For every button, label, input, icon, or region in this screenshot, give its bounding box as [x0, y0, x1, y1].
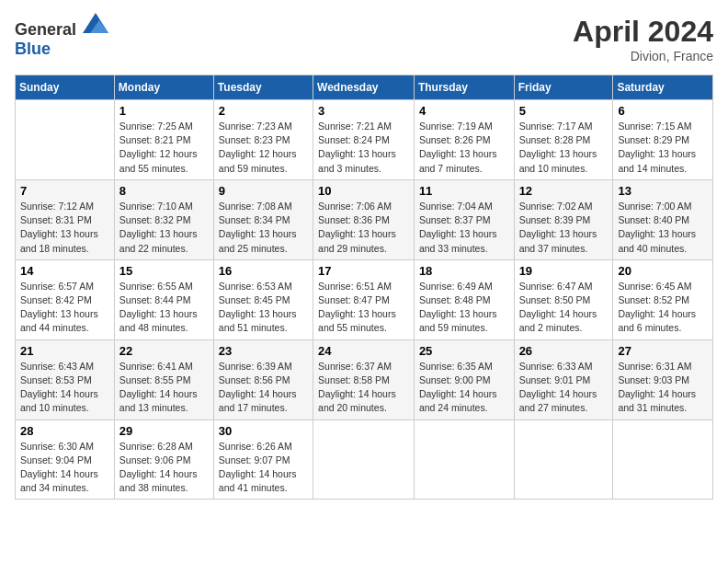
- calendar-week-5: 28Sunrise: 6:30 AMSunset: 9:04 PMDayligh…: [16, 419, 713, 500]
- day-number: 11: [419, 184, 509, 198]
- calendar-cell: 18Sunrise: 6:49 AMSunset: 8:48 PMDayligh…: [414, 259, 514, 339]
- calendar-body: 1Sunrise: 7:25 AMSunset: 8:21 PMDaylight…: [16, 100, 713, 500]
- location-label: Divion, France: [573, 49, 713, 63]
- day-number: 17: [318, 264, 409, 278]
- calendar-cell: 25Sunrise: 6:35 AMSunset: 9:00 PMDayligh…: [414, 339, 514, 419]
- day-info: Sunrise: 7:00 AMSunset: 8:40 PMDaylight:…: [618, 200, 708, 256]
- day-number: 26: [519, 344, 609, 358]
- calendar-cell: 26Sunrise: 6:33 AMSunset: 9:01 PMDayligh…: [514, 339, 613, 419]
- page-header: General Blue April 2024 Divion, France: [15, 15, 713, 63]
- calendar-cell: [414, 419, 514, 500]
- day-info: Sunrise: 6:41 AMSunset: 8:55 PMDaylight:…: [119, 360, 209, 416]
- calendar-cell: 14Sunrise: 6:57 AMSunset: 8:42 PMDayligh…: [16, 259, 115, 339]
- day-info: Sunrise: 7:15 AMSunset: 8:29 PMDaylight:…: [618, 120, 708, 176]
- day-number: 5: [519, 104, 609, 118]
- title-block: April 2024 Divion, France: [573, 15, 713, 63]
- calendar-cell: [16, 100, 115, 180]
- day-info: Sunrise: 7:17 AMSunset: 8:28 PMDaylight:…: [519, 120, 609, 176]
- calendar-cell: 7Sunrise: 7:12 AMSunset: 8:31 PMDaylight…: [16, 179, 115, 259]
- day-info: Sunrise: 7:12 AMSunset: 8:31 PMDaylight:…: [20, 200, 109, 256]
- day-number: 6: [618, 104, 708, 118]
- day-info: Sunrise: 6:30 AMSunset: 9:04 PMDaylight:…: [20, 440, 109, 496]
- day-info: Sunrise: 6:33 AMSunset: 9:01 PMDaylight:…: [519, 360, 609, 416]
- day-info: Sunrise: 7:19 AMSunset: 8:26 PMDaylight:…: [419, 120, 509, 176]
- calendar-cell: 20Sunrise: 6:45 AMSunset: 8:52 PMDayligh…: [613, 259, 713, 339]
- day-number: 16: [219, 264, 308, 278]
- calendar-cell: 11Sunrise: 7:04 AMSunset: 8:37 PMDayligh…: [414, 179, 514, 259]
- calendar-week-2: 7Sunrise: 7:12 AMSunset: 8:31 PMDaylight…: [16, 179, 713, 259]
- calendar-cell: 16Sunrise: 6:53 AMSunset: 8:45 PMDayligh…: [213, 259, 313, 339]
- day-number: 14: [20, 264, 109, 278]
- day-number: 15: [119, 264, 209, 278]
- day-header-friday: Friday: [514, 75, 613, 100]
- calendar-cell: 2Sunrise: 7:23 AMSunset: 8:23 PMDaylight…: [213, 100, 313, 180]
- logo-general: General: [15, 20, 76, 39]
- day-number: 30: [219, 424, 308, 438]
- day-info: Sunrise: 6:28 AMSunset: 9:06 PMDaylight:…: [119, 440, 209, 496]
- day-number: 21: [20, 344, 109, 358]
- day-info: Sunrise: 6:51 AMSunset: 8:47 PMDaylight:…: [318, 280, 409, 336]
- calendar-cell: 3Sunrise: 7:21 AMSunset: 8:24 PMDaylight…: [313, 100, 415, 180]
- day-number: 7: [20, 184, 109, 198]
- day-header-sunday: Sunday: [16, 75, 115, 100]
- calendar-cell: 27Sunrise: 6:31 AMSunset: 9:03 PMDayligh…: [613, 339, 713, 419]
- calendar-cell: 6Sunrise: 7:15 AMSunset: 8:29 PMDaylight…: [613, 100, 713, 180]
- day-number: 4: [419, 104, 509, 118]
- day-number: 1: [119, 104, 209, 118]
- day-header-wednesday: Wednesday: [313, 75, 415, 100]
- day-number: 23: [219, 344, 308, 358]
- day-number: 3: [318, 104, 409, 118]
- day-number: 2: [219, 104, 308, 118]
- calendar-cell: 4Sunrise: 7:19 AMSunset: 8:26 PMDaylight…: [414, 100, 514, 180]
- calendar-week-1: 1Sunrise: 7:25 AMSunset: 8:21 PMDaylight…: [16, 100, 713, 180]
- calendar-cell: 5Sunrise: 7:17 AMSunset: 8:28 PMDaylight…: [514, 100, 613, 180]
- logo-text: General Blue: [15, 15, 108, 59]
- day-number: 28: [20, 424, 109, 438]
- calendar-cell: [514, 419, 613, 500]
- calendar-cell: 29Sunrise: 6:28 AMSunset: 9:06 PMDayligh…: [114, 419, 213, 500]
- day-number: 19: [519, 264, 609, 278]
- day-info: Sunrise: 7:10 AMSunset: 8:32 PMDaylight:…: [119, 200, 209, 256]
- day-info: Sunrise: 6:39 AMSunset: 8:56 PMDaylight:…: [219, 360, 308, 416]
- day-number: 18: [419, 264, 509, 278]
- calendar-cell: 30Sunrise: 6:26 AMSunset: 9:07 PMDayligh…: [213, 419, 313, 500]
- day-info: Sunrise: 6:26 AMSunset: 9:07 PMDaylight:…: [219, 440, 308, 496]
- calendar-cell: 15Sunrise: 6:55 AMSunset: 8:44 PMDayligh…: [114, 259, 213, 339]
- day-info: Sunrise: 7:08 AMSunset: 8:34 PMDaylight:…: [219, 200, 308, 256]
- calendar-week-3: 14Sunrise: 6:57 AMSunset: 8:42 PMDayligh…: [16, 259, 713, 339]
- calendar-cell: 23Sunrise: 6:39 AMSunset: 8:56 PMDayligh…: [213, 339, 313, 419]
- day-info: Sunrise: 6:57 AMSunset: 8:42 PMDaylight:…: [20, 280, 109, 336]
- day-number: 27: [618, 344, 708, 358]
- day-info: Sunrise: 6:47 AMSunset: 8:50 PMDaylight:…: [519, 280, 609, 336]
- day-number: 20: [618, 264, 708, 278]
- calendar-cell: 10Sunrise: 7:06 AMSunset: 8:36 PMDayligh…: [313, 179, 415, 259]
- day-info: Sunrise: 6:45 AMSunset: 8:52 PMDaylight:…: [618, 280, 708, 336]
- calendar-cell: [313, 419, 415, 500]
- calendar-cell: 1Sunrise: 7:25 AMSunset: 8:21 PMDaylight…: [114, 100, 213, 180]
- calendar-cell: 8Sunrise: 7:10 AMSunset: 8:32 PMDaylight…: [114, 179, 213, 259]
- day-header-thursday: Thursday: [414, 75, 514, 100]
- calendar-cell: [613, 419, 713, 500]
- calendar-header-row: SundayMondayTuesdayWednesdayThursdayFrid…: [16, 75, 713, 100]
- logo-icon: [83, 13, 108, 33]
- calendar-cell: 28Sunrise: 6:30 AMSunset: 9:04 PMDayligh…: [16, 419, 115, 500]
- calendar-table: SundayMondayTuesdayWednesdayThursdayFrid…: [15, 75, 713, 500]
- day-number: 8: [119, 184, 209, 198]
- day-info: Sunrise: 6:43 AMSunset: 8:53 PMDaylight:…: [20, 360, 109, 416]
- day-number: 9: [219, 184, 308, 198]
- day-info: Sunrise: 6:49 AMSunset: 8:48 PMDaylight:…: [419, 280, 509, 336]
- day-info: Sunrise: 6:53 AMSunset: 8:45 PMDaylight:…: [219, 280, 308, 336]
- calendar-cell: 22Sunrise: 6:41 AMSunset: 8:55 PMDayligh…: [114, 339, 213, 419]
- day-number: 22: [119, 344, 209, 358]
- day-info: Sunrise: 7:25 AMSunset: 8:21 PMDaylight:…: [119, 120, 209, 176]
- day-number: 29: [119, 424, 209, 438]
- calendar-cell: 24Sunrise: 6:37 AMSunset: 8:58 PMDayligh…: [313, 339, 415, 419]
- calendar-cell: 21Sunrise: 6:43 AMSunset: 8:53 PMDayligh…: [16, 339, 115, 419]
- day-number: 24: [318, 344, 409, 358]
- day-header-saturday: Saturday: [613, 75, 713, 100]
- day-number: 25: [419, 344, 509, 358]
- day-info: Sunrise: 7:04 AMSunset: 8:37 PMDaylight:…: [419, 200, 509, 256]
- day-info: Sunrise: 6:37 AMSunset: 8:58 PMDaylight:…: [318, 360, 409, 416]
- day-header-monday: Monday: [114, 75, 213, 100]
- calendar-cell: 19Sunrise: 6:47 AMSunset: 8:50 PMDayligh…: [514, 259, 613, 339]
